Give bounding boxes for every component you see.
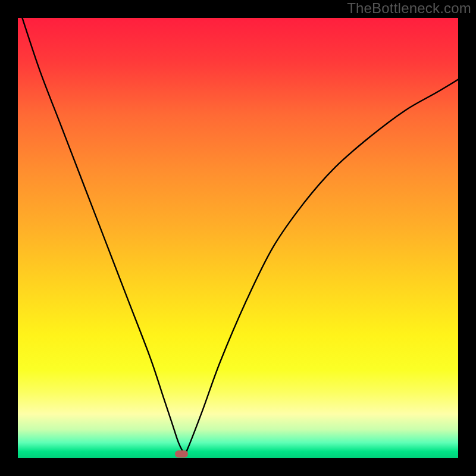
chart-frame: TheBottleneck.com <box>0 0 476 476</box>
gradient-background <box>18 18 458 458</box>
watermark-text: TheBottleneck.com <box>347 0 471 17</box>
svg-rect-0 <box>18 18 458 458</box>
optimum-marker <box>175 450 188 458</box>
plot-area <box>18 18 458 458</box>
